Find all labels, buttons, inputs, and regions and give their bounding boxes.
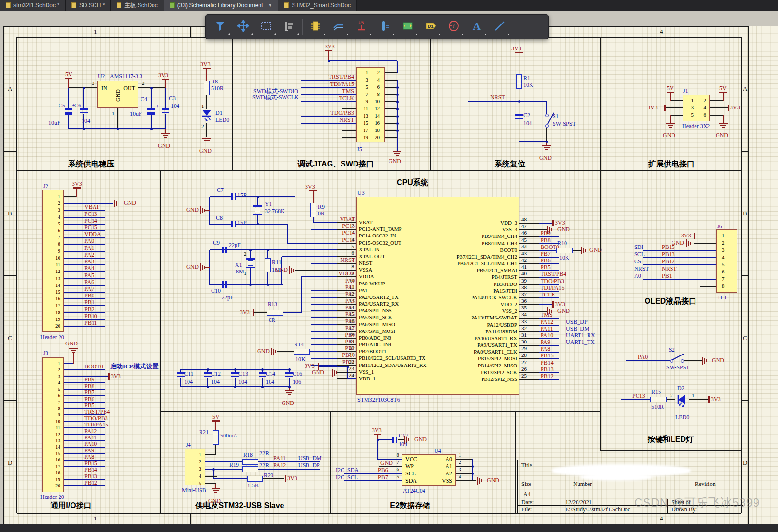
net-label[interactable]: +: [156, 104, 159, 109]
cap-value[interactable]: 104: [399, 441, 407, 447]
pin-name[interactable]: OUT: [123, 85, 135, 91]
pin-number[interactable]: 4: [199, 473, 202, 479]
net-label[interactable]: PA3: [345, 298, 355, 304]
net-alias[interactable]: I2C_SDA: [336, 467, 359, 473]
pin-number[interactable]: 36: [521, 298, 527, 304]
regulator-value[interactable]: AMS1117-3.3: [110, 73, 142, 79]
zone-column-label[interactable]: 1: [94, 28, 97, 35]
tool-place-power-port-button[interactable]: +5: [350, 16, 373, 37]
crystal-y1[interactable]: [255, 208, 260, 213]
pin-number[interactable]: 12: [55, 432, 60, 437]
pin-number[interactable]: 15: [55, 451, 60, 456]
pin-name[interactable]: GND: [115, 89, 121, 102]
net-label[interactable]: PB9: [541, 230, 551, 236]
regulator-ref[interactable]: U?: [98, 73, 105, 79]
gnd-label[interactable]: GND: [186, 264, 199, 270]
cap-ref[interactable]: C6: [74, 103, 81, 108]
pin-number[interactable]: 8: [58, 406, 61, 411]
connector-ref[interactable]: J5: [357, 146, 362, 152]
pin-number[interactable]: 5: [691, 112, 694, 118]
net-label[interactable]: PB7: [84, 390, 94, 395]
tool-place-part-button[interactable]: [304, 16, 327, 37]
connector-j5[interactable]: [356, 67, 385, 142]
connector-j4[interactable]: [185, 449, 205, 485]
tab-sd-sch[interactable]: SD.SCH *: [66, 0, 111, 11]
pin-number[interactable]: 32: [521, 326, 527, 331]
tool-place-designator-button[interactable]: D1: [419, 16, 442, 37]
pin-number[interactable]: 20: [375, 135, 380, 140]
pin-name[interactable]: VSS_3: [502, 227, 517, 232]
gnd-label[interactable]: GND: [186, 207, 199, 213]
pin-name[interactable]: PB6/I2C1_SCL/TIM4_CH1: [457, 261, 517, 266]
net-label[interactable]: PC15: [84, 225, 97, 230]
pin-number[interactable]: 13: [55, 276, 60, 281]
net-label[interactable]: PA11: [541, 326, 553, 331]
pin-number[interactable]: 2: [722, 240, 725, 246]
power-net-3v3[interactable]: 3V3: [730, 105, 740, 110]
power-net-3v3[interactable]: 3V3: [200, 61, 211, 67]
pin-number[interactable]: 14: [375, 113, 380, 118]
resistor-r8[interactable]: [204, 81, 210, 95]
power-net-3v3[interactable]: 3V3: [158, 72, 168, 78]
pin-number[interactable]: 4: [58, 380, 61, 385]
cap-value[interactable]: 104: [266, 379, 274, 385]
pin-number[interactable]: 8: [397, 452, 400, 458]
zone-column-label[interactable]: 1: [94, 515, 97, 521]
pin-number[interactable]: 7: [397, 460, 400, 465]
pin-number[interactable]: 15: [363, 120, 368, 126]
pin-number[interactable]: 42: [521, 258, 527, 263]
pin-number[interactable]: 8: [352, 264, 354, 269]
pin-number[interactable]: 1: [722, 233, 725, 238]
pin-name[interactable]: SDA: [405, 478, 417, 484]
pin-number[interactable]: 5: [366, 84, 369, 90]
pin-name[interactable]: A1: [445, 463, 452, 469]
pin-number[interactable]: 11: [55, 262, 60, 267]
pin-number[interactable]: 44: [521, 244, 527, 249]
pin-name[interactable]: VSS_1: [359, 369, 374, 375]
resistor-r14[interactable]: [294, 349, 310, 355]
pin-number[interactable]: 19: [55, 477, 60, 482]
cap-value[interactable]: 106: [293, 379, 301, 385]
res-ref[interactable]: R18: [243, 452, 253, 458]
net-label[interactable]: PB1: [84, 299, 94, 305]
net-label[interactable]: PB8: [541, 237, 551, 243]
led-diode-d2[interactable]: [675, 394, 689, 408]
pin-number[interactable]: 43: [521, 251, 527, 256]
net-label[interactable]: NRST: [339, 117, 354, 123]
net-label[interactable]: PA4: [345, 305, 355, 310]
net-label[interactable]: PC13: [342, 223, 355, 229]
net-label[interactable]: PB7: [541, 251, 551, 257]
pin-number[interactable]: 16: [55, 457, 60, 462]
zone-row-label[interactable]: A: [743, 85, 747, 92]
pin-number[interactable]: 47: [521, 224, 527, 229]
swd-note[interactable]: SWD模式-SWCLK: [252, 95, 299, 100]
net-label[interactable]: PA10: [541, 332, 553, 338]
pin-number[interactable]: 45: [521, 237, 527, 243]
net-alias[interactable]: SDI: [634, 244, 643, 250]
pin-number[interactable]: 5: [352, 244, 354, 249]
net-label[interactable]: PB2: [84, 307, 94, 312]
net-label[interactable]: TDO/PB3: [84, 415, 108, 421]
net-alias[interactable]: SCL: [634, 251, 645, 257]
pin-number[interactable]: 19: [55, 317, 60, 322]
pin-number[interactable]: 17: [55, 464, 60, 469]
pin-number[interactable]: 35: [521, 305, 527, 310]
power-net-3v3[interactable]: 3V3: [305, 363, 315, 369]
net-label[interactable]: PB2: [345, 345, 355, 351]
net-alias[interactable]: USB_DM: [566, 326, 589, 331]
cap-value[interactable]: 10uF: [48, 120, 60, 126]
crystal-value[interactable]: 32.768K: [265, 208, 285, 214]
pin-number[interactable]: 1: [112, 111, 115, 116]
gnd-label[interactable]: GND: [557, 226, 570, 232]
net-label[interactable]: TMS: [541, 312, 553, 318]
cap-ref[interactable]: C13: [238, 371, 248, 377]
power-net-3v3[interactable]: 3V3: [287, 475, 297, 481]
res-value[interactable]: 500mA: [220, 433, 237, 438]
gnd-label[interactable]: GND: [663, 132, 675, 138]
led-value[interactable]: LED0: [675, 414, 689, 420]
tab-stm32-smart-schdoc[interactable]: STM32_Smart.SchDoc: [278, 0, 357, 11]
pin-name[interactable]: PB7/I2C1_SDA/TIM4_CH2: [456, 254, 517, 260]
pin-number[interactable]: 9: [58, 248, 61, 254]
gnd-label[interactable]: GND: [312, 369, 324, 375]
net-alias[interactable]: USB_DP: [298, 462, 320, 468]
